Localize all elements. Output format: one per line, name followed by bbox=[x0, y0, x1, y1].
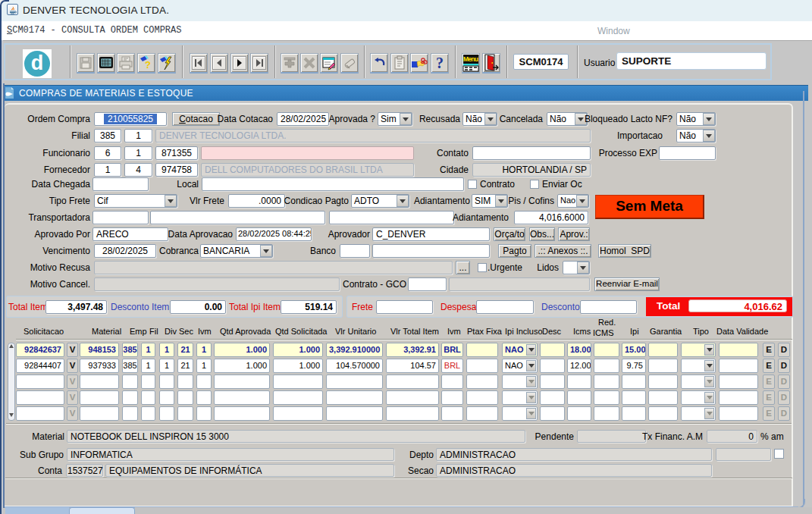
svg-text:?: ? bbox=[145, 59, 151, 71]
svg-text:Menu: Menu bbox=[463, 55, 478, 63]
